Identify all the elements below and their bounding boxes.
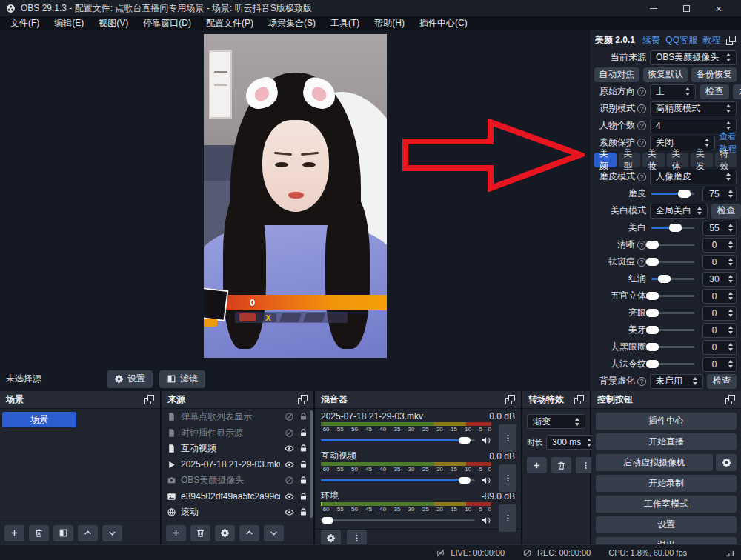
scene-up-button[interactable] [78,525,98,541]
mixer-menu-button[interactable] [347,530,367,546]
blur-bg-check-button[interactable]: 检查 [707,374,737,389]
help-icon[interactable] [637,139,646,147]
channel-menu-button[interactable] [499,464,516,492]
orientation-check-button[interactable]: 检查 [700,84,729,99]
advanced-audio-button[interactable] [321,530,341,546]
speaker-icon[interactable] [480,515,491,526]
help-icon[interactable] [637,377,646,386]
volume-slider[interactable] [321,519,475,521]
dark-circle-slider[interactable] [651,346,694,348]
popout-icon[interactable] [298,395,308,404]
maximize-button[interactable] [670,0,702,16]
eye-off-icon[interactable] [285,412,294,421]
blur-bg-select[interactable]: 未启用 [650,374,703,389]
help-icon[interactable] [637,258,646,267]
rosy-value-stepper[interactable]: 30 [702,272,737,287]
whiten-mode-select[interactable]: 全局美白 [650,204,708,219]
virtual-camera-settings-button[interactable] [716,454,737,471]
source-row[interactable]: 2025-07-18 21-29-03.mkv [162,457,313,473]
facial-3d-slider[interactable] [651,295,694,297]
menu-docks[interactable]: 停靠窗口(D) [136,16,199,30]
popout-icon[interactable] [725,395,735,404]
tab-hair[interactable]: 美发 [691,153,713,167]
add-transition-button[interactable] [527,457,547,473]
smooth-mode-select[interactable]: 人像磨皮 [650,170,737,184]
rosy-slider[interactable] [651,278,694,280]
add-scene-button[interactable] [4,525,24,541]
eye-off-icon[interactable] [285,428,294,438]
source-up-button[interactable] [239,525,259,541]
add-source-button[interactable] [166,525,186,541]
remove-scene-button[interactable] [29,525,49,541]
source-row[interactable]: 弹幕点歌列表显示 [162,409,313,425]
lock-icon[interactable] [299,428,308,438]
autofocus-button[interactable]: 自动对焦 [594,67,639,82]
popout-icon[interactable] [505,395,515,404]
popout-icon[interactable] [574,395,584,404]
menu-view[interactable]: 视图(V) [91,16,136,30]
blemish-slider[interactable] [651,261,694,263]
smooth-slider[interactable] [651,193,694,195]
eye-icon[interactable] [285,460,294,470]
menu-help[interactable]: 帮助(H) [367,16,412,30]
start-streaming-button[interactable]: 开始直播 [596,433,737,450]
menu-tools[interactable]: 工具(T) [323,16,367,30]
bright-eye-value-stepper[interactable]: 0 [702,306,737,321]
whiten-check-button[interactable]: 检查 [711,204,741,219]
help-icon[interactable] [637,104,646,113]
help-icon[interactable] [637,87,646,96]
popout-icon[interactable] [726,36,736,45]
renew-link[interactable]: 续费 [642,34,660,47]
plugin-center-button[interactable]: 插件中心 [596,413,737,430]
horizontal-flip-button[interactable]: 水平翻转 [733,84,741,99]
tab-makeup[interactable]: 美妆 [642,153,665,167]
clarity-value-stepper[interactable]: 0 [702,238,737,253]
duration-stepper[interactable]: 300 ms [546,435,597,450]
source-properties-button[interactable] [215,525,235,541]
whiten-slider[interactable] [651,227,694,229]
bright-eye-slider[interactable] [651,312,694,314]
teeth-value-stepper[interactable]: 0 [702,323,737,338]
whiten-value-stepper[interactable]: 55 [702,221,737,236]
lock-icon[interactable] [299,460,308,470]
orientation-select[interactable]: 上 [650,84,696,99]
source-row[interactable]: e394502df49aa5fc2a99cd2e7c [162,489,313,505]
start-virtual-camera-button[interactable]: 启动虚拟摄像机 [596,454,713,471]
preview-area[interactable]: 0 X [0,30,589,367]
source-row[interactable]: 时钟插件显示源 [162,425,313,441]
help-icon[interactable] [637,173,646,181]
nasolabial-value-stepper[interactable]: 0 [702,357,737,372]
tab-body[interactable]: 美体 [667,153,689,167]
clarity-slider[interactable] [651,244,694,246]
eye-icon[interactable] [285,492,294,501]
scene-item[interactable]: 场景 [2,412,76,427]
lock-icon[interactable] [299,412,308,421]
eye-icon[interactable] [285,444,294,453]
menu-profile[interactable]: 配置文件(P) [199,16,261,30]
menu-edit[interactable]: 编辑(E) [47,16,91,30]
eye-off-icon[interactable] [285,476,294,485]
menu-file[interactable]: 文件(F) [3,16,47,30]
lock-icon[interactable] [299,492,308,501]
popout-icon[interactable] [144,395,154,404]
minimize-button[interactable] [637,0,670,16]
video-preview[interactable]: 0 X [204,34,387,358]
facial-3d-value-stepper[interactable]: 0 [702,289,737,304]
close-button[interactable]: × [702,0,735,16]
source-row[interactable]: 滚动 [162,504,313,521]
channel-menu-button[interactable] [499,504,516,532]
smooth-value-stepper[interactable]: 75 [702,187,737,201]
speaker-icon[interactable] [480,475,491,486]
sources-scrollbar[interactable] [310,410,313,518]
current-source-select[interactable]: OBS美颜摄像头 [650,50,737,65]
dark-circle-value-stepper[interactable]: 0 [702,340,737,355]
help-icon[interactable] [637,121,646,130]
source-filters-button[interactable]: 滤镜 [159,370,205,388]
teeth-slider[interactable] [651,329,694,331]
nasolabial-slider[interactable] [651,363,694,365]
lock-icon[interactable] [299,444,308,453]
help-icon[interactable] [637,241,646,250]
menu-plugin-center[interactable]: 插件中心(C) [412,16,475,30]
qq-support-link[interactable]: QQ客服 [665,34,697,47]
menu-scene-collection[interactable]: 场景集合(S) [261,16,323,30]
